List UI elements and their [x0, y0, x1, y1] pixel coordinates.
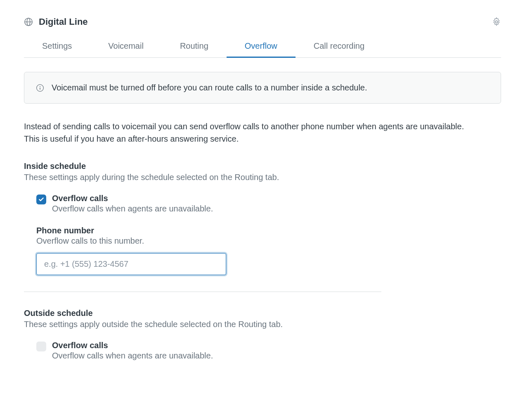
outside-title: Outside schedule [24, 308, 501, 318]
section-divider [24, 292, 381, 292]
outside-subtitle: These settings apply outside the schedul… [24, 320, 501, 329]
content: Voicemail must be turned off before you … [24, 58, 501, 361]
tabs: Settings Voicemail Routing Overflow Call… [24, 36, 501, 58]
info-icon [36, 84, 44, 92]
inside-overflow-row: Overflow calls Overflow calls when agent… [24, 194, 501, 214]
checkmark-icon [38, 197, 44, 202]
inside-overflow-content: Overflow calls Overflow calls when agent… [52, 194, 501, 214]
svg-point-3 [495, 21, 498, 23]
page-header: Digital Line [24, 17, 501, 27]
tab-routing[interactable]: Routing [162, 36, 227, 58]
tab-voicemail[interactable]: Voicemail [90, 36, 162, 58]
tab-settings[interactable]: Settings [24, 36, 90, 58]
page-title: Digital Line [39, 17, 88, 27]
phone-field-group: Phone number Overflow calls to this numb… [24, 226, 501, 275]
inside-title: Inside schedule [24, 161, 501, 171]
phone-desc: Overflow calls to this number. [36, 236, 501, 246]
inside-schedule-section: Inside schedule These settings apply dur… [24, 161, 501, 275]
outside-schedule-section: Outside schedule These settings apply ou… [24, 308, 501, 361]
header-left: Digital Line [24, 17, 88, 27]
info-banner: Voicemail must be turned off before you … [24, 72, 501, 104]
inside-overflow-desc: Overflow calls when agents are unavailab… [52, 204, 501, 214]
overflow-description: Instead of sending calls to voicemail yo… [24, 120, 466, 145]
phone-label: Phone number [36, 226, 501, 235]
outside-overflow-row: Overflow calls Overflow calls when agent… [24, 341, 501, 361]
tab-call-recording[interactable]: Call recording [296, 36, 383, 58]
outside-overflow-label: Overflow calls [52, 341, 501, 350]
outside-overflow-checkbox[interactable] [36, 342, 46, 351]
inside-overflow-label: Overflow calls [52, 194, 501, 203]
outside-overflow-content: Overflow calls Overflow calls when agent… [52, 341, 501, 361]
outside-overflow-desc: Overflow calls when agents are unavailab… [52, 351, 501, 361]
tab-overflow[interactable]: Overflow [227, 36, 296, 58]
inside-overflow-checkbox[interactable] [36, 195, 46, 204]
info-banner-text: Voicemail must be turned off before you … [52, 83, 367, 93]
phone-input[interactable] [36, 253, 226, 275]
gear-icon[interactable] [492, 17, 501, 26]
inside-subtitle: These settings apply during the schedule… [24, 173, 501, 182]
globe-icon [24, 17, 33, 26]
